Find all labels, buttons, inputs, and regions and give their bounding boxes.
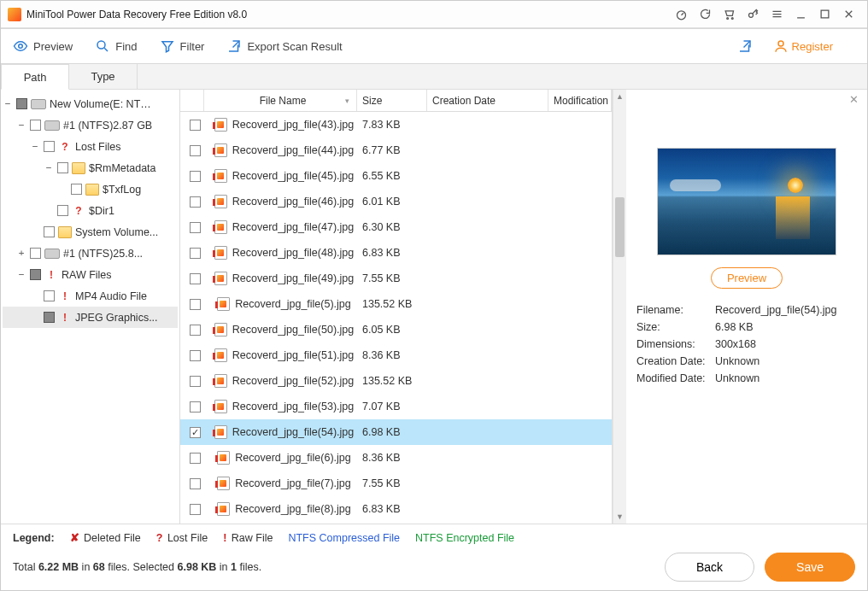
register-button[interactable]: Register [773,38,833,54]
preview-modified-label: Modified Date: [636,372,715,384]
row-checkbox[interactable] [190,145,201,156]
file-row[interactable]: Recoverd_jpg_file(49).jpg7.55 KB [180,266,612,291]
tree-node-jpeg[interactable]: !JPEG Graphics... [3,307,178,328]
tree-node-mp4[interactable]: !MP4 Audio File [3,285,178,307]
preview-modified-value: Unknown [715,372,760,384]
svg-point-7 [778,41,783,46]
vertical-scrollbar[interactable]: ▲ ▼ [613,90,626,524]
file-row[interactable]: Recoverd_jpg_file(54).jpg6.98 KB [180,419,612,445]
speed-icon[interactable] [669,3,693,26]
file-row[interactable]: Recoverd_jpg_file(53).jpg7.07 KB [180,394,612,419]
row-checkbox[interactable] [190,478,201,489]
view-tabs: Path Type [1,64,867,90]
tree-node-system-volume[interactable]: System Volume... [3,221,178,243]
file-row[interactable]: Recoverd_jpg_file(6).jpg8.36 KB [180,445,612,471]
file-row[interactable]: Recoverd_jpg_file(46).jpg6.01 KB [180,189,612,214]
tab-type[interactable]: Type [69,64,138,89]
file-size: 6.83 KB [357,247,427,259]
column-filename[interactable]: File Name▾ [204,90,357,111]
file-row[interactable]: Recoverd_jpg_file(51).jpg8.36 KB [180,342,612,368]
cart-icon[interactable] [717,3,741,26]
row-checkbox[interactable] [190,273,201,284]
preview-filename-value: Recoverd_jpg_file(54).jpg [715,304,836,316]
minimize-icon[interactable] [789,3,812,26]
scroll-thumb[interactable] [615,197,625,257]
row-checkbox[interactable] [190,504,201,515]
row-checkbox[interactable] [190,376,201,387]
column-creation-date[interactable]: Creation Date [427,90,548,111]
file-icon [214,195,227,208]
row-checkbox[interactable] [190,222,201,233]
row-checkbox[interactable] [190,401,201,413]
row-checkbox[interactable] [190,427,201,438]
tree-node-lost-files[interactable]: −?Lost Files [3,136,178,157]
file-size: 8.36 KB [357,452,427,464]
file-size: 7.55 KB [357,477,427,489]
file-size: 135.52 KB [357,375,427,387]
export-button[interactable]: Export Scan Result [226,38,342,54]
row-checkbox[interactable] [190,299,201,310]
preview-open-button[interactable]: Preview [711,267,783,289]
refresh-icon[interactable] [693,3,717,26]
preview-close-icon[interactable]: ✕ [849,93,859,106]
tree-node-raw-files[interactable]: −!RAW Files [3,264,178,285]
row-checkbox[interactable] [190,248,201,259]
row-checkbox[interactable] [190,171,201,182]
tab-path[interactable]: Path [1,64,69,90]
file-name: Recoverd_jpg_file(8).jpg [235,503,351,515]
column-modification[interactable]: Modification [548,90,612,111]
row-checkbox[interactable] [190,325,201,336]
file-name: Recoverd_jpg_file(48).jpg [232,247,354,259]
back-button[interactable]: Back [665,553,754,582]
app-title: MiniTool Power Data Recovery Free Editio… [26,9,669,20]
file-icon [214,118,227,132]
file-row[interactable]: Recoverd_jpg_file(47).jpg6.30 KB [180,214,612,240]
scroll-up-icon[interactable]: ▲ [613,90,626,103]
file-icon [214,272,227,285]
toolbar: Preview Find Filter Export Scan Result R… [1,28,867,64]
file-row[interactable]: Recoverd_jpg_file(44).jpg6.77 KB [180,138,612,163]
legend-encrypted: NTFS Encrypted File [415,532,514,544]
key-icon[interactable] [741,3,765,26]
drive-icon [31,99,46,109]
drive-icon [44,120,60,131]
tree-node-partition-1[interactable]: −#1 (NTFS)2.87 GB [3,114,178,136]
file-row[interactable]: Recoverd_jpg_file(48).jpg6.83 KB [180,240,612,266]
row-checkbox[interactable] [190,120,201,131]
scroll-down-icon[interactable]: ▼ [613,510,626,524]
file-row[interactable]: Recoverd_jpg_file(50).jpg6.05 KB [180,317,612,342]
filter-button[interactable]: Filter [160,38,205,54]
find-button[interactable]: Find [95,38,137,54]
file-row[interactable]: Recoverd_jpg_file(8).jpg6.83 KB [180,496,612,522]
file-row[interactable]: Recoverd_jpg_file(43).jpg7.83 KB [180,112,612,138]
file-row[interactable]: Recoverd_jpg_file(45).jpg6.55 KB [180,163,612,189]
preview-button[interactable]: Preview [13,38,73,54]
tree-node-txflog[interactable]: $TxfLog [3,178,178,200]
row-checkbox[interactable] [190,453,201,464]
maximize-icon[interactable] [812,3,836,26]
row-checkbox[interactable] [190,350,201,361]
save-button[interactable]: Save [765,553,855,582]
file-size: 8.36 KB [357,349,427,361]
file-row[interactable]: Recoverd_jpg_file(52).jpg135.52 KB [180,368,612,394]
row-checkbox[interactable] [190,196,201,208]
tree-node-dir1[interactable]: ?$Dir1 [3,200,178,221]
file-rows[interactable]: Recoverd_jpg_file(43).jpg7.83 KBRecoverd… [180,112,612,524]
file-size: 135.52 KB [357,298,427,310]
close-icon[interactable] [836,3,860,26]
exclaim-icon: ! [58,290,72,302]
file-size: 6.83 KB [357,503,427,515]
tree-node-rmmetadata[interactable]: −$RmMetadata [3,157,178,178]
file-row[interactable]: Recoverd_jpg_file(7).jpg7.55 KB [180,471,612,496]
file-icon [214,220,227,234]
file-row[interactable]: Recoverd_jpg_file(5).jpg135.52 KB [180,291,612,317]
folder-tree[interactable]: −New Volume(E: NTFS) −#1 (NTFS)2.87 GB −… [1,90,180,524]
file-size: 6.98 KB [357,426,427,438]
column-size[interactable]: Size [357,90,427,111]
tree-node-partition-2[interactable]: +#1 (NTFS)25.8... [3,243,178,264]
column-checkbox[interactable] [180,90,204,111]
share-icon[interactable] [737,38,758,54]
tree-node-root[interactable]: −New Volume(E: NTFS) [3,93,178,114]
menu-icon[interactable] [765,3,789,26]
scroll-track[interactable] [613,103,626,510]
